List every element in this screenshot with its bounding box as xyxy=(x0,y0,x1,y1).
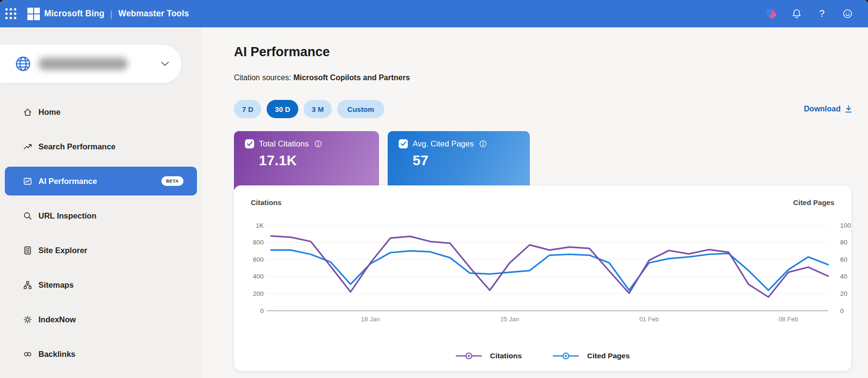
feedback-smiley-icon[interactable] xyxy=(841,8,854,20)
metric-cards: Total Citations 17.1K xyxy=(234,131,853,194)
download-icon xyxy=(844,105,853,113)
beta-badge: BETA xyxy=(161,176,183,186)
metric-card-value: 17.1K xyxy=(259,153,379,169)
legend-marker-icon xyxy=(455,352,482,360)
sidebar: Home Search Performance xyxy=(0,27,202,378)
svg-text:60: 60 xyxy=(840,256,847,263)
document-list-icon xyxy=(22,245,33,256)
download-button[interactable]: Download xyxy=(804,105,853,113)
copilot-glyph xyxy=(765,8,777,20)
sidebar-item-sitemaps[interactable]: Sitemaps xyxy=(5,270,197,299)
notifications-bell-icon[interactable] xyxy=(790,8,803,20)
svg-text:80: 80 xyxy=(840,239,847,246)
svg-text:40: 40 xyxy=(840,273,847,280)
globe-icon xyxy=(14,55,32,73)
sidebar-item-label: Sitemaps xyxy=(38,280,73,290)
sidebar-item-search-performance[interactable]: Search Performance xyxy=(5,132,197,161)
sidebar-item-label: URL Inspection xyxy=(38,211,97,220)
svg-text:400: 400 xyxy=(253,273,264,280)
legend-label: Cited Pages xyxy=(587,352,630,360)
total-citations-checkbox[interactable] xyxy=(245,139,254,148)
metric-card-label: Avg. Cited Pages xyxy=(413,139,474,148)
metric-card-total-citations[interactable]: Total Citations 17.1K xyxy=(234,131,379,194)
svg-text:Cited Pages: Cited Pages xyxy=(793,198,834,207)
sidebar-item-label: Home xyxy=(38,108,61,117)
svg-text:Citations: Citations xyxy=(251,198,281,207)
svg-text:20: 20 xyxy=(840,290,847,297)
download-label: Download xyxy=(804,105,841,113)
svg-text:25 Jan: 25 Jan xyxy=(501,316,519,323)
filter-row: 7 D 30 D 3 M Custom Download xyxy=(234,100,853,118)
sidebar-nav: Home Search Performance xyxy=(0,98,202,368)
top-bar: Microsoft Bing | Webmaster Tools xyxy=(0,0,868,27)
avg-cited-pages-checkbox[interactable] xyxy=(399,139,408,148)
chart-svg: 1K100800806006040040200200018 Jan25 Jan0… xyxy=(234,185,851,371)
citation-sources-value: Microsoft Copilots and Partners xyxy=(293,73,410,82)
metric-card-label: Total Citations xyxy=(259,139,309,148)
product-name: Webmaster Tools xyxy=(118,9,189,19)
links-icon xyxy=(22,349,33,359)
svg-text:18 Jan: 18 Jan xyxy=(361,316,380,323)
sidebar-item-label: Backlinks xyxy=(38,350,75,359)
range-pill-30d[interactable]: 30 D xyxy=(267,100,298,118)
svg-text:08 Feb: 08 Feb xyxy=(779,316,798,323)
sidebar-item-label: IndexNow xyxy=(38,315,76,324)
svg-text:200: 200 xyxy=(253,290,264,297)
apps-launcher-icon[interactable] xyxy=(2,6,19,22)
legend-item-citations[interactable]: Citations xyxy=(455,352,522,360)
hierarchy-icon xyxy=(22,280,33,290)
sidebar-item-label: AI Performance xyxy=(38,177,97,186)
citation-sources-line: Citation sources: Microsoft Copilots and… xyxy=(234,73,853,82)
sidebar-item-backlinks[interactable]: Backlinks xyxy=(5,340,197,368)
svg-text:100: 100 xyxy=(840,222,851,229)
legend-marker-icon xyxy=(552,352,579,360)
site-selector[interactable] xyxy=(0,45,182,83)
sidebar-item-home[interactable]: Home xyxy=(5,98,197,126)
app-window: Microsoft Bing | Webmaster Tools xyxy=(0,0,868,378)
chart-card: 1K100800806006040040200200018 Jan25 Jan0… xyxy=(234,185,851,371)
info-icon[interactable] xyxy=(479,140,487,147)
citation-sources-label: Citation sources: xyxy=(234,73,291,82)
range-pill-7d[interactable]: 7 D xyxy=(234,100,261,118)
metric-card-value: 57 xyxy=(413,153,530,169)
brand-divider: | xyxy=(110,9,112,19)
info-icon[interactable] xyxy=(315,140,322,147)
sidebar-item-site-explorer[interactable]: Site Explorer xyxy=(5,236,197,265)
sidebar-item-ai-performance[interactable]: AI Performance BETA xyxy=(5,167,197,195)
chart-frame-icon xyxy=(22,176,33,186)
home-icon xyxy=(22,107,33,117)
page-title: AI Performance xyxy=(234,43,853,61)
sidebar-item-label: Search Performance xyxy=(38,142,116,151)
svg-text:01 Feb: 01 Feb xyxy=(639,316,659,323)
sidebar-item-indexnow[interactable]: IndexNow xyxy=(5,305,197,334)
help-icon[interactable]: ? xyxy=(816,8,828,20)
chevron-down-icon xyxy=(161,61,169,66)
svg-text:800: 800 xyxy=(253,239,264,246)
topbar-actions: ? xyxy=(765,8,854,20)
trending-up-icon xyxy=(22,141,33,152)
brand-name: Microsoft Bing xyxy=(44,9,104,19)
checkmark-icon xyxy=(401,141,406,146)
svg-text:0: 0 xyxy=(260,307,264,315)
legend-item-cited-pages[interactable]: Cited Pages xyxy=(552,352,630,360)
chart-legend: Citations Cited Pages xyxy=(234,352,851,360)
svg-text:1K: 1K xyxy=(256,222,264,229)
microsoft-logo-icon xyxy=(27,8,40,20)
main-content: AI Performance Citation sources: Microso… xyxy=(202,27,868,378)
gear-icon xyxy=(22,314,33,325)
sidebar-item-url-inspection[interactable]: URL Inspection xyxy=(5,201,197,230)
copilot-icon[interactable] xyxy=(765,8,777,20)
content-area: Home Search Performance xyxy=(0,27,868,378)
svg-text:0: 0 xyxy=(840,307,844,315)
svg-text:600: 600 xyxy=(253,256,264,263)
site-name-redacted xyxy=(38,58,128,70)
date-range-pills: 7 D 30 D 3 M Custom xyxy=(234,100,384,118)
metric-card-avg-cited-pages[interactable]: Avg. Cited Pages 57 xyxy=(388,131,530,194)
legend-label: Citations xyxy=(490,352,522,360)
checkmark-icon xyxy=(247,141,253,146)
magnifier-icon xyxy=(22,210,33,221)
sidebar-item-label: Site Explorer xyxy=(38,246,87,255)
range-pill-custom[interactable]: Custom xyxy=(337,100,384,118)
range-pill-3m[interactable]: 3 M xyxy=(304,100,332,118)
